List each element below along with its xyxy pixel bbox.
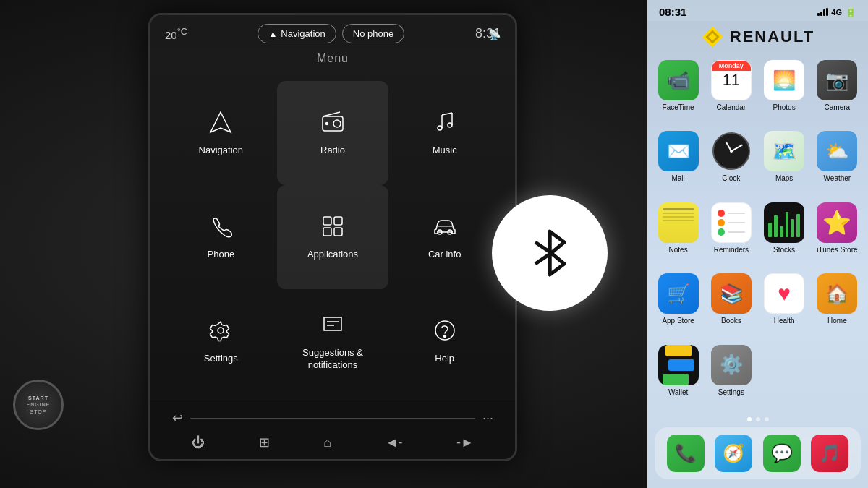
app-appstore[interactable]: 🛒 App Store: [656, 273, 700, 335]
power-icon[interactable]: ⏻: [192, 435, 205, 450]
dock-music-icon: 🎵: [811, 435, 848, 472]
iphone-time: 08:31: [659, 6, 686, 18]
app-notes[interactable]: Notes: [656, 202, 700, 265]
photos-label: Photos: [773, 103, 796, 111]
clock-center-dot: [730, 150, 733, 153]
menu-item-applications[interactable]: Applications: [277, 185, 389, 289]
settings-app-label: Settings: [718, 388, 744, 396]
network-type: 4G: [831, 8, 842, 17]
svg-point-9: [448, 123, 452, 127]
stocks-icon: [764, 202, 804, 243]
menu-item-settings[interactable]: Settings: [165, 289, 277, 393]
volume-up-icon[interactable]: -►: [456, 435, 474, 450]
applications-label: Applications: [307, 249, 358, 261]
menu-item-radio[interactable]: Radio: [277, 81, 389, 185]
weather-label: Weather: [824, 174, 851, 182]
svg-rect-11: [334, 217, 342, 225]
dock-messages[interactable]: 💬: [763, 435, 801, 472]
app-photos[interactable]: 🌅 Photos: [762, 60, 807, 122]
dock-messages-icon: 💬: [763, 435, 801, 472]
svg-rect-13: [334, 228, 342, 236]
app-settings[interactable]: ⚙️ Settings: [709, 345, 753, 407]
clock-minute-hand: [731, 145, 743, 152]
car-info-label: Car info: [428, 249, 461, 261]
menu-item-music[interactable]: Music: [388, 81, 501, 185]
wallet-label: Wallet: [668, 388, 688, 396]
radio-label: Radio: [320, 145, 345, 157]
svg-line-3: [323, 112, 340, 116]
dock-music[interactable]: 🎵: [811, 435, 848, 472]
dock-safari[interactable]: 🧭: [715, 435, 752, 472]
quick-action-buttons: ▲ Navigation No phone: [258, 24, 404, 43]
reminders-label: Reminders: [714, 246, 749, 254]
app-stocks[interactable]: Stocks: [762, 202, 807, 265]
svg-rect-12: [323, 228, 331, 236]
menu-item-navigation[interactable]: Navigation: [165, 81, 277, 185]
app-reminders[interactable]: Reminders: [709, 202, 753, 265]
app-clock[interactable]: Clock: [709, 131, 753, 193]
antenna-icon: 📡: [488, 29, 501, 40]
menu-item-suggestions[interactable]: Suggestions & notifications: [277, 289, 389, 393]
health-icon: ♥: [764, 273, 804, 314]
svg-point-17: [218, 328, 224, 333]
temperature-display: 20°C: [165, 27, 187, 41]
phone-icon: [208, 213, 234, 243]
wallet-icon: [658, 345, 699, 385]
renault-logo-icon: [701, 25, 724, 48]
app-health[interactable]: ♥ Health: [762, 273, 807, 335]
page-dot-1: [747, 417, 752, 421]
grid-icon[interactable]: ⊞: [259, 435, 270, 450]
main-menu-grid: Navigation Radio: [150, 74, 515, 401]
more-options-icon[interactable]: ···: [482, 411, 493, 426]
screen-bottom-nav: ↩ ··· ⏻ ⊞ ⌂ ◄- -►: [150, 401, 515, 459]
app-itunes[interactable]: ⭐ iTunes Store: [815, 202, 859, 265]
bluetooth-icon: [521, 224, 579, 282]
app-facetime[interactable]: 📹 FaceTime: [656, 60, 700, 122]
weather-icon: ⛅: [817, 131, 857, 171]
music-label: Music: [433, 145, 457, 157]
car-info-icon: [432, 213, 458, 243]
appstore-label: App Store: [662, 317, 694, 325]
radio-icon: [320, 109, 346, 139]
iphone-screen: 08:31 4G 🔋 RENAULT 📹 FaceTime: [647, 0, 868, 488]
no-phone-button[interactable]: No phone: [342, 24, 404, 43]
svg-rect-10: [323, 217, 331, 225]
notes-label: Notes: [669, 246, 688, 254]
app-weather[interactable]: ⛅ Weather: [815, 131, 859, 193]
appstore-icon: 🛒: [658, 273, 699, 314]
app-grid: 📹 FaceTime Monday 11 Calendar 🌅 Photos 📷…: [647, 56, 868, 411]
iphone-status-bar: 08:31 4G 🔋: [647, 0, 868, 21]
suggestions-label: Suggestions & notifications: [302, 347, 363, 372]
app-calendar[interactable]: Monday 11 Calendar: [709, 60, 753, 122]
home-label: Home: [827, 317, 847, 325]
back-nav-icon[interactable]: ↩: [172, 410, 183, 426]
app-mail[interactable]: ✉️ Mail: [656, 131, 700, 193]
svg-marker-0: [210, 112, 231, 132]
app-books[interactable]: 📚 Books: [709, 273, 753, 335]
app-wallet[interactable]: Wallet: [656, 345, 700, 407]
home-icon[interactable]: ⌂: [323, 435, 331, 450]
iphone-dock: 📞 🧭 💬 🎵: [655, 427, 861, 479]
volume-down-icon[interactable]: ◄-: [386, 435, 403, 450]
dock-phone[interactable]: 📞: [667, 435, 705, 472]
camera-label: Camera: [825, 103, 851, 111]
dock-safari-icon: 🧭: [715, 435, 752, 472]
menu-item-help[interactable]: Help: [388, 289, 501, 393]
svg-point-4: [326, 123, 328, 125]
itunes-icon: ⭐: [817, 202, 857, 243]
clock-label: Clock: [722, 174, 740, 182]
nav-divider: [190, 418, 475, 419]
app-camera[interactable]: 📷 Camera: [815, 60, 859, 122]
start-engine-button[interactable]: START ENGINE STOP: [13, 380, 64, 430]
menu-item-phone[interactable]: Phone: [165, 185, 277, 289]
phone-label: Phone: [208, 249, 235, 261]
app-home[interactable]: 🏠 Home: [815, 273, 859, 335]
page-indicator-dots: [647, 411, 868, 427]
stocks-label: Stocks: [773, 246, 795, 254]
app-maps[interactable]: 🗺️ Maps: [762, 131, 807, 193]
dock-phone-icon: 📞: [667, 435, 705, 472]
menu-title: Menu: [150, 49, 515, 74]
menu-item-car-info[interactable]: Car info: [388, 185, 501, 289]
settings-app-icon: ⚙️: [711, 345, 752, 385]
navigation-button[interactable]: ▲ Navigation: [258, 24, 336, 43]
